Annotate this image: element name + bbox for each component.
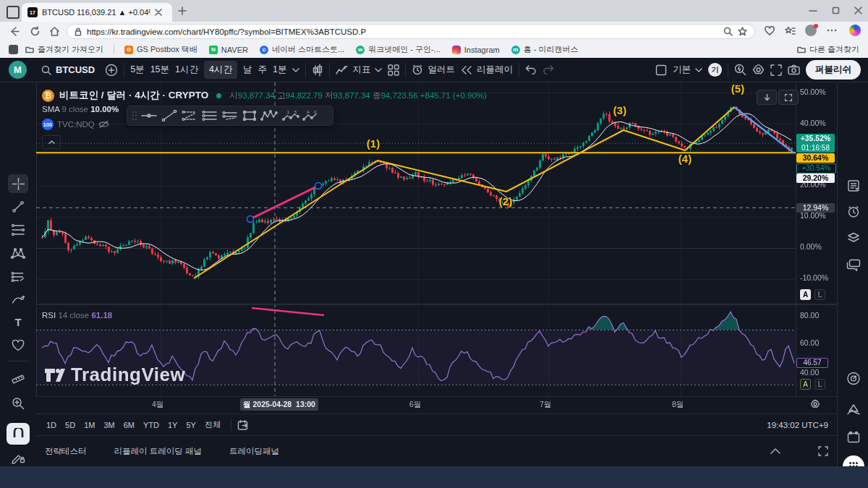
add-symbol-icon[interactable] bbox=[105, 64, 118, 77]
main-scale-auto-button[interactable]: A bbox=[800, 289, 811, 300]
favorite-star-icon[interactable] bbox=[738, 27, 747, 36]
panel-collapse-icon[interactable] bbox=[770, 448, 780, 454]
crosshair-tool[interactable] bbox=[8, 174, 28, 193]
bookmark-import[interactable]: 즐겨찾기 가져오기 bbox=[25, 44, 103, 55]
eye-off-icon[interactable] bbox=[98, 120, 109, 129]
calendar-icon[interactable] bbox=[847, 431, 860, 443]
new-tab-icon[interactable] bbox=[178, 7, 187, 15]
interval-1h[interactable]: 1시간 bbox=[175, 64, 198, 76]
interval-15m[interactable]: 15분 bbox=[150, 64, 169, 76]
back-icon[interactable] bbox=[9, 26, 20, 37]
copilot-icon[interactable] bbox=[849, 25, 861, 36]
fib-channel-icon[interactable] bbox=[221, 110, 239, 121]
bookmark-smartstore[interactable]: c 네이버 스마트스토... bbox=[260, 44, 344, 55]
range-1d[interactable]: 1D bbox=[42, 419, 61, 432]
goto-date-icon[interactable] bbox=[237, 419, 250, 431]
rsi-scale-auto-button[interactable]: A bbox=[800, 379, 811, 390]
publish-button[interactable]: 퍼블리쉬 bbox=[806, 60, 861, 80]
elliott-wave-icon[interactable] bbox=[260, 110, 279, 121]
parallel-lines-icon[interactable] bbox=[201, 110, 218, 121]
watchlist-icon[interactable] bbox=[847, 179, 860, 192]
brush-tool[interactable] bbox=[12, 294, 25, 305]
settings-gear-icon[interactable] bbox=[752, 64, 765, 76]
quick-search-icon[interactable] bbox=[734, 64, 746, 76]
chat-icon[interactable] bbox=[846, 259, 861, 271]
emoji-tool[interactable] bbox=[12, 340, 25, 351]
toolbar-drag-handle[interactable] bbox=[132, 111, 137, 121]
market-status-dot[interactable] bbox=[216, 93, 221, 98]
url-field[interactable]: https://kr.tradingview.com/chart/HY80pff… bbox=[67, 24, 755, 39]
zoom-page-icon[interactable] bbox=[723, 27, 733, 36]
scroll-to-recent-button[interactable] bbox=[757, 90, 777, 105]
replay-button[interactable]: 리플레이 bbox=[461, 64, 513, 76]
range-3m[interactable]: 3M bbox=[99, 419, 119, 432]
pane-maximize-button[interactable] bbox=[778, 90, 799, 105]
interval-1w[interactable]: 주 bbox=[258, 64, 267, 76]
layout-select-icon[interactable] bbox=[655, 64, 667, 76]
pattern-xabcd-tool[interactable] bbox=[11, 247, 25, 260]
browser-essentials-icon[interactable] bbox=[765, 26, 775, 36]
range-1y[interactable]: 1Y bbox=[163, 419, 182, 432]
tab-trading-panel[interactable]: 트레이딩패널 bbox=[229, 446, 279, 457]
bookmark-instagram[interactable]: Instagram bbox=[452, 46, 500, 54]
server-clock[interactable]: 19:43:02 UTC+9 bbox=[767, 421, 828, 429]
floating-drawing-toolbar[interactable]: 15 AC bbox=[127, 106, 333, 126]
undo-icon[interactable] bbox=[525, 65, 537, 74]
interval-1m[interactable]: 1분 bbox=[273, 64, 286, 76]
interval-4h-active[interactable]: 4시간 bbox=[204, 61, 237, 79]
fib-retracement-icon[interactable] bbox=[181, 110, 198, 121]
range-all[interactable]: 전체 bbox=[200, 417, 225, 432]
legend-collapse-button[interactable] bbox=[42, 135, 61, 149]
home-icon[interactable] bbox=[49, 26, 60, 37]
legend-title[interactable]: 비트코인 / 달러 · 4시간 · CRYPTO bbox=[59, 89, 208, 102]
screener-icon[interactable] bbox=[846, 403, 861, 416]
bookmark-miricanvas[interactable]: m 홈 - 미리캔버스 bbox=[511, 44, 579, 55]
compare-legend[interactable]: 100 TVC:NDQ bbox=[42, 119, 109, 130]
range-ytd[interactable]: YTD bbox=[139, 419, 163, 432]
main-scale-log-button[interactable]: L bbox=[814, 289, 825, 300]
drawing-edit-lock-tool[interactable] bbox=[12, 452, 25, 464]
window-minimize-icon[interactable] bbox=[809, 9, 817, 12]
browser-active-tab[interactable]: 17 BTCUSD 116,039.21 ▲ +0.04% 기 bbox=[22, 3, 172, 22]
wave-abc-pattern-icon[interactable]: AC bbox=[302, 110, 320, 121]
bookmark-naver[interactable]: N NAVER bbox=[209, 46, 248, 54]
tab-close-icon[interactable] bbox=[155, 9, 162, 16]
browser-menu-icon[interactable] bbox=[827, 29, 837, 32]
redo-icon[interactable] bbox=[542, 65, 554, 74]
text-tool[interactable]: T bbox=[14, 316, 21, 328]
bookmark-worknet[interactable]: w 워크넷메인 - 구인-... bbox=[356, 44, 441, 55]
tab-replay-trading-panel[interactable]: 리플레이 트레이딩 패널 bbox=[114, 446, 202, 457]
indicators-button[interactable]: 지표 bbox=[336, 64, 382, 76]
interval-5m[interactable]: 5분 bbox=[130, 64, 144, 76]
rsi-scale-log-button[interactable]: L bbox=[814, 379, 825, 390]
time-axis-settings-icon[interactable] bbox=[810, 399, 820, 409]
layout-grid-icon[interactable] bbox=[388, 64, 399, 76]
interval-1d[interactable]: 날 bbox=[243, 64, 252, 76]
window-maximize-icon[interactable] bbox=[832, 7, 840, 14]
user-avatar[interactable]: M bbox=[9, 61, 27, 79]
favorites-bar-icon[interactable] bbox=[785, 26, 796, 36]
window-menu-icon[interactable] bbox=[7, 6, 20, 19]
window-close-icon[interactable] bbox=[854, 7, 862, 14]
ki-badge[interactable]: 기 bbox=[708, 63, 722, 77]
range-5d[interactable]: 5D bbox=[61, 419, 80, 432]
object-tree-icon[interactable] bbox=[846, 232, 861, 244]
screenshot-camera-icon[interactable] bbox=[788, 64, 800, 75]
alert-button[interactable]: 얼러트 bbox=[412, 64, 455, 76]
interval-dropdown-icon[interactable] bbox=[292, 68, 299, 72]
scanner-icon[interactable] bbox=[846, 372, 860, 385]
tab-strategy-tester[interactable]: 전략테스터 bbox=[45, 446, 87, 457]
range-1m[interactable]: 1M bbox=[80, 419, 99, 432]
symbol-search[interactable]: BTCUSD bbox=[41, 64, 95, 75]
wave-15-pattern-icon[interactable]: 15 bbox=[282, 110, 299, 121]
rsi-legend[interactable]: RSI 14 close 61.18 bbox=[42, 311, 112, 320]
alerts-panel-icon[interactable] bbox=[847, 205, 860, 218]
sma-legend[interactable]: SMA 9 close 10.00% bbox=[42, 105, 119, 114]
magnet-tool-active[interactable] bbox=[7, 423, 30, 445]
trendline-tool[interactable] bbox=[12, 200, 25, 213]
rectangle-tool-icon[interactable] bbox=[242, 110, 258, 121]
prediction-tool[interactable] bbox=[12, 271, 25, 283]
sidebar-toggle-icon[interactable] bbox=[9, 45, 18, 54]
layout-name-button[interactable]: 기본 bbox=[673, 64, 702, 76]
zoom-in-tool[interactable] bbox=[12, 397, 25, 410]
